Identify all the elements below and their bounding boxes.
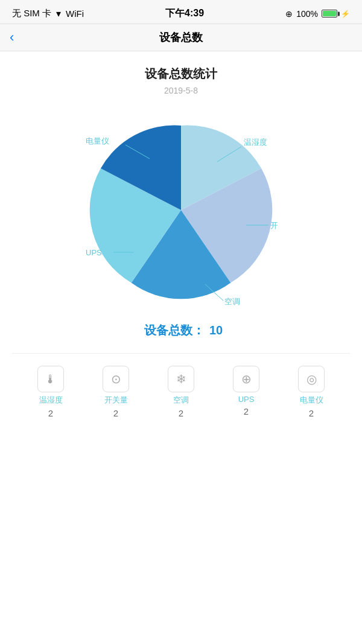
label-dianliangy: 电量仪 — [86, 136, 109, 145]
page-title: 设备总数统计 — [145, 66, 217, 82]
battery-container — [322, 10, 337, 18]
nav-title: 设备总数 — [159, 30, 203, 45]
pie-chart: 温湿度 开关量 空调 UPS 电量仪 — [84, 113, 278, 307]
device-count: 2 — [179, 408, 183, 418]
device-count: 2 — [113, 408, 118, 418]
device-count: 2 — [48, 408, 53, 418]
status-time: 下午4:39 — [165, 7, 204, 20]
device-icon: ◎ — [298, 366, 325, 392]
page-date: 2019-5-8 — [164, 86, 198, 95]
status-left: 无 SIM 卡 ▾ WiFi — [12, 8, 84, 19]
total-label-text: 设备总数： — [144, 324, 205, 337]
device-icon: ⊙ — [103, 366, 129, 392]
label-kongtiao: 空调 — [224, 297, 240, 306]
status-bar: 无 SIM 卡 ▾ WiFi 下午4:39 ⊕ 100% ⚡ — [0, 0, 362, 24]
main-content: 设备总数统计 2019-5-8 温 — [0, 51, 362, 430]
total-count: 10 — [209, 324, 223, 337]
device-item: ◎电量仪2 — [298, 366, 325, 418]
bolt-icon: ⚡ — [341, 10, 350, 18]
wifi-text: WiFi — [66, 8, 84, 19]
divider — [12, 353, 350, 354]
battery-percent: 100% — [296, 9, 318, 19]
device-icon: ⊕ — [233, 366, 259, 392]
label-ups: UPS — [86, 248, 102, 257]
label-wendushidu: 温湿度 — [244, 138, 267, 147]
device-name: 开关量 — [104, 395, 128, 406]
label-kaiguanliang: 开关量 — [270, 221, 278, 230]
device-icon: ❄ — [168, 366, 194, 392]
battery-box — [322, 10, 337, 18]
device-name: 温湿度 — [39, 395, 63, 406]
status-right: ⊕ 100% ⚡ — [285, 9, 350, 19]
device-count: 2 — [244, 406, 249, 416]
device-grid: 🌡温湿度2⊙开关量2❄空调2⊕UPS2◎电量仪2 — [12, 366, 350, 418]
device-item: ⊕UPS2 — [233, 366, 259, 418]
carrier-label: 无 SIM 卡 — [12, 8, 51, 19]
device-name: UPS — [238, 395, 255, 404]
lock-icon: ⊕ — [285, 9, 293, 19]
device-item: 🌡温湿度2 — [37, 366, 64, 418]
total-label: 设备总数：10 — [139, 325, 223, 337]
device-name: 电量仪 — [300, 395, 323, 406]
device-item: ❄空调2 — [168, 366, 194, 418]
wifi-icon: ▾ — [56, 8, 61, 19]
device-count: 2 — [309, 408, 314, 418]
device-name: 空调 — [173, 395, 189, 406]
battery-fill — [323, 11, 336, 16]
device-item: ⊙开关量2 — [103, 366, 129, 418]
device-icon: 🌡 — [37, 366, 64, 392]
back-button[interactable]: ‹ — [10, 30, 14, 45]
chart-container: 温湿度 开关量 空调 UPS 电量仪 — [84, 113, 278, 307]
total-section: 设备总数：10 — [12, 322, 350, 339]
nav-bar: ‹ 设备总数 — [0, 24, 362, 51]
